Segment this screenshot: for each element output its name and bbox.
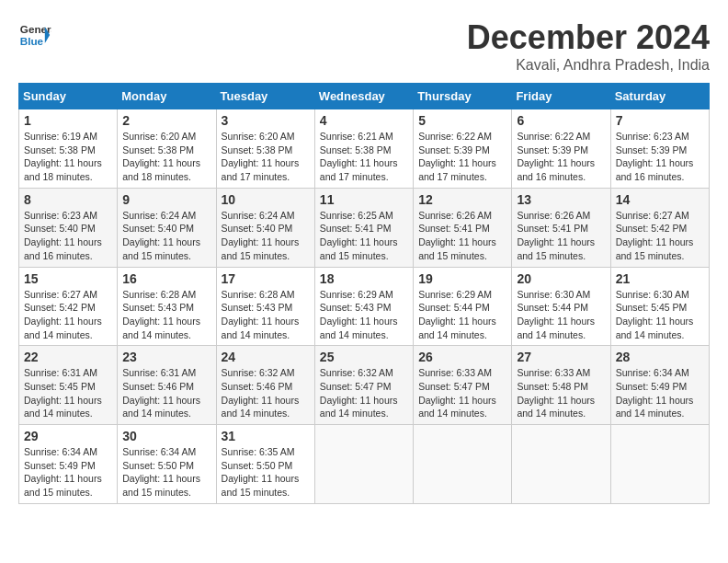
- day-number: 30: [122, 429, 210, 443]
- table-row: 15Sunrise: 6:27 AMSunset: 5:42 PMDayligh…: [19, 267, 118, 346]
- day-info: Sunrise: 6:31 AMSunset: 5:45 PMDaylight:…: [24, 366, 112, 420]
- svg-text:Blue: Blue: [20, 35, 44, 47]
- day-info: Sunrise: 6:33 AMSunset: 5:48 PMDaylight:…: [517, 366, 605, 420]
- day-info: Sunrise: 6:23 AMSunset: 5:39 PMDaylight:…: [616, 130, 704, 184]
- day-info: Sunrise: 6:30 AMSunset: 5:44 PMDaylight:…: [517, 288, 605, 342]
- table-row: 2Sunrise: 6:20 AMSunset: 5:38 PMDaylight…: [118, 109, 216, 189]
- day-number: 3: [222, 113, 310, 128]
- table-row: 11Sunrise: 6:25 AMSunset: 5:41 PMDayligh…: [314, 188, 413, 267]
- logo: General Blue: [18, 18, 51, 52]
- table-row: 6Sunrise: 6:22 AMSunset: 5:39 PMDaylight…: [512, 109, 610, 189]
- table-row: 8Sunrise: 6:23 AMSunset: 5:40 PMDaylight…: [19, 188, 118, 267]
- day-info: Sunrise: 6:35 AMSunset: 5:50 PMDaylight:…: [222, 445, 310, 500]
- table-row: [610, 425, 709, 504]
- day-number: 8: [24, 192, 112, 207]
- header-saturday: Saturday: [610, 84, 709, 109]
- table-row: 7Sunrise: 6:23 AMSunset: 5:39 PMDaylight…: [610, 109, 709, 189]
- table-row: 3Sunrise: 6:20 AMSunset: 5:38 PMDaylight…: [216, 109, 314, 189]
- table-row: 17Sunrise: 6:28 AMSunset: 5:43 PMDayligh…: [216, 267, 314, 346]
- day-number: 9: [122, 192, 210, 207]
- day-number: 20: [517, 271, 605, 286]
- day-info: Sunrise: 6:20 AMSunset: 5:38 PMDaylight:…: [222, 130, 310, 184]
- day-info: Sunrise: 6:34 AMSunset: 5:49 PMDaylight:…: [616, 366, 704, 420]
- calendar-week-3: 15Sunrise: 6:27 AMSunset: 5:42 PMDayligh…: [19, 267, 710, 346]
- day-number: 6: [517, 113, 605, 128]
- day-number: 27: [517, 350, 605, 364]
- table-row: 27Sunrise: 6:33 AMSunset: 5:48 PMDayligh…: [512, 346, 610, 425]
- day-info: Sunrise: 6:27 AMSunset: 5:42 PMDaylight:…: [24, 288, 112, 342]
- day-info: Sunrise: 6:30 AMSunset: 5:45 PMDaylight:…: [616, 288, 704, 342]
- header-monday: Monday: [118, 84, 216, 109]
- day-number: 14: [616, 192, 704, 207]
- calendar-header-row: Sunday Monday Tuesday Wednesday Thursday…: [19, 84, 710, 109]
- day-number: 18: [320, 271, 408, 286]
- day-number: 31: [222, 429, 310, 443]
- day-number: 22: [24, 350, 112, 364]
- table-row: [414, 425, 512, 504]
- table-row: 10Sunrise: 6:24 AMSunset: 5:40 PMDayligh…: [216, 188, 314, 267]
- table-row: 22Sunrise: 6:31 AMSunset: 5:45 PMDayligh…: [19, 346, 118, 425]
- header-sunday: Sunday: [19, 84, 118, 109]
- header-thursday: Thursday: [414, 84, 512, 109]
- table-row: 19Sunrise: 6:29 AMSunset: 5:44 PMDayligh…: [414, 267, 512, 346]
- title-block: December 2024 Kavali, Andhra Pradesh, In…: [467, 18, 710, 74]
- day-number: 4: [320, 113, 408, 128]
- day-info: Sunrise: 6:32 AMSunset: 5:47 PMDaylight:…: [320, 366, 408, 420]
- day-info: Sunrise: 6:33 AMSunset: 5:47 PMDaylight:…: [418, 366, 506, 420]
- table-row: 20Sunrise: 6:30 AMSunset: 5:44 PMDayligh…: [512, 267, 610, 346]
- day-number: 19: [418, 271, 506, 286]
- day-number: 17: [222, 271, 310, 286]
- day-info: Sunrise: 6:34 AMSunset: 5:49 PMDaylight:…: [24, 445, 112, 500]
- table-row: 9Sunrise: 6:24 AMSunset: 5:40 PMDaylight…: [118, 188, 216, 267]
- table-row: 28Sunrise: 6:34 AMSunset: 5:49 PMDayligh…: [610, 346, 709, 425]
- location: Kavali, Andhra Pradesh, India: [467, 57, 710, 74]
- day-number: 10: [222, 192, 310, 207]
- table-row: 21Sunrise: 6:30 AMSunset: 5:45 PMDayligh…: [610, 267, 709, 346]
- day-info: Sunrise: 6:32 AMSunset: 5:46 PMDaylight:…: [222, 366, 310, 420]
- table-row: 1Sunrise: 6:19 AMSunset: 5:38 PMDaylight…: [19, 109, 118, 189]
- table-row: 5Sunrise: 6:22 AMSunset: 5:39 PMDaylight…: [414, 109, 512, 189]
- day-info: Sunrise: 6:31 AMSunset: 5:46 PMDaylight:…: [122, 366, 210, 420]
- day-info: Sunrise: 6:28 AMSunset: 5:43 PMDaylight:…: [222, 288, 310, 342]
- day-info: Sunrise: 6:34 AMSunset: 5:50 PMDaylight:…: [122, 445, 210, 500]
- table-row: 29Sunrise: 6:34 AMSunset: 5:49 PMDayligh…: [19, 425, 118, 504]
- day-number: 15: [24, 271, 112, 286]
- day-number: 21: [616, 271, 704, 286]
- table-row: 14Sunrise: 6:27 AMSunset: 5:42 PMDayligh…: [610, 188, 709, 267]
- day-info: Sunrise: 6:22 AMSunset: 5:39 PMDaylight:…: [418, 130, 506, 184]
- table-row: 4Sunrise: 6:21 AMSunset: 5:38 PMDaylight…: [314, 109, 413, 189]
- table-row: 18Sunrise: 6:29 AMSunset: 5:43 PMDayligh…: [314, 267, 413, 346]
- table-row: 23Sunrise: 6:31 AMSunset: 5:46 PMDayligh…: [118, 346, 216, 425]
- day-info: Sunrise: 6:20 AMSunset: 5:38 PMDaylight:…: [122, 130, 210, 184]
- day-number: 13: [517, 192, 605, 207]
- page-header: General Blue December 2024 Kavali, Andhr…: [18, 18, 710, 74]
- calendar-week-5: 29Sunrise: 6:34 AMSunset: 5:49 PMDayligh…: [19, 425, 710, 504]
- logo-icon: General Blue: [18, 18, 51, 52]
- day-number: 29: [24, 429, 112, 443]
- calendar-week-1: 1Sunrise: 6:19 AMSunset: 5:38 PMDaylight…: [19, 109, 710, 189]
- day-number: 16: [122, 271, 210, 286]
- day-number: 2: [122, 113, 210, 128]
- table-row: 31Sunrise: 6:35 AMSunset: 5:50 PMDayligh…: [216, 425, 314, 504]
- day-number: 24: [222, 350, 310, 364]
- header-tuesday: Tuesday: [216, 84, 314, 109]
- day-info: Sunrise: 6:26 AMSunset: 5:41 PMDaylight:…: [517, 209, 605, 263]
- day-info: Sunrise: 6:26 AMSunset: 5:41 PMDaylight:…: [418, 209, 506, 263]
- day-info: Sunrise: 6:28 AMSunset: 5:43 PMDaylight:…: [122, 288, 210, 342]
- table-row: 30Sunrise: 6:34 AMSunset: 5:50 PMDayligh…: [118, 425, 216, 504]
- day-number: 23: [122, 350, 210, 364]
- day-number: 28: [616, 350, 704, 364]
- day-number: 7: [616, 113, 704, 128]
- day-number: 26: [418, 350, 506, 364]
- table-row: 12Sunrise: 6:26 AMSunset: 5:41 PMDayligh…: [414, 188, 512, 267]
- table-row: [314, 425, 413, 504]
- day-info: Sunrise: 6:23 AMSunset: 5:40 PMDaylight:…: [24, 209, 112, 263]
- day-info: Sunrise: 6:24 AMSunset: 5:40 PMDaylight:…: [222, 209, 310, 263]
- day-number: 11: [320, 192, 408, 207]
- month-title: December 2024: [467, 18, 710, 57]
- header-wednesday: Wednesday: [314, 84, 413, 109]
- day-info: Sunrise: 6:27 AMSunset: 5:42 PMDaylight:…: [616, 209, 704, 263]
- table-row: 25Sunrise: 6:32 AMSunset: 5:47 PMDayligh…: [314, 346, 413, 425]
- day-info: Sunrise: 6:25 AMSunset: 5:41 PMDaylight:…: [320, 209, 408, 263]
- day-number: 5: [418, 113, 506, 128]
